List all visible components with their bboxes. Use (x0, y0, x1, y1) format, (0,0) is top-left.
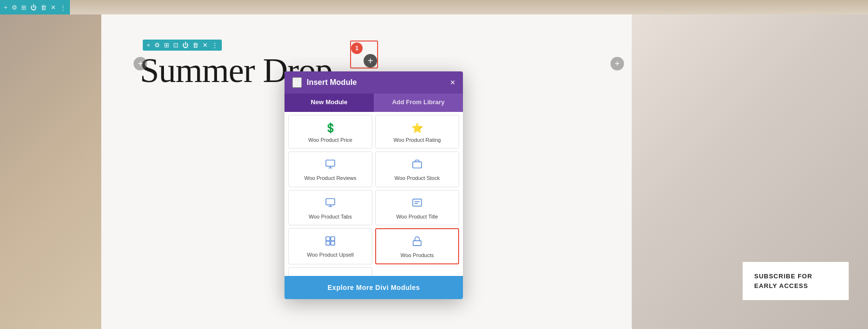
woo-product-price-icon: 💲 (325, 122, 337, 134)
dialog-title: Insert Module (307, 78, 357, 87)
svg-rect-7 (326, 241, 330, 245)
svg-rect-9 (413, 241, 421, 246)
dialog-close-button[interactable]: × (450, 78, 455, 88)
add-module-plus-button[interactable]: + (364, 54, 377, 68)
woo-product-reviews-label: Woo Product Reviews (304, 175, 356, 181)
row-delete-icon[interactable]: 🗑 (192, 41, 199, 49)
top-toolbar[interactable]: + ⚙ ⊞ ⏻ 🗑 ✕ ⋮ (0, 0, 70, 14)
top-toolbar-add-icon[interactable]: + (4, 4, 8, 11)
row-toolbar[interactable]: + ⚙ ⊞ ⊡ ⏻ 🗑 ✕ ⋮ (143, 40, 222, 51)
top-toolbar-delete-icon[interactable]: 🗑 (41, 4, 47, 11)
module-grid-container[interactable]: 💲 Woo Product Price ⭐ Woo Product Rating… (285, 112, 463, 276)
woo-product-stock-icon (412, 159, 422, 172)
insert-module-dialog: ← Insert Module × New Module Add From Li… (285, 71, 463, 299)
module-item-woo-product-title[interactable]: Woo Product Title (375, 190, 459, 225)
module-item-woo-related-products[interactable]: Woo Related Products (288, 267, 372, 276)
module-item-woo-product-rating[interactable]: ⭐ Woo Product Rating (375, 115, 459, 149)
bg-left-image (0, 14, 101, 329)
top-toolbar-more-icon[interactable]: ⋮ (60, 4, 66, 11)
svg-rect-1 (326, 198, 335, 205)
dialog-tabs: New Module Add From Library (285, 94, 463, 112)
top-toolbar-layout-icon[interactable]: ⊞ (21, 4, 27, 11)
woo-products-label: Woo Products (401, 252, 434, 259)
explore-more-button[interactable]: Explore More Divi Modules (285, 276, 463, 299)
woo-product-upsell-icon (325, 235, 336, 248)
top-toolbar-settings-icon[interactable]: ⚙ (12, 4, 17, 11)
svg-rect-5 (326, 237, 330, 241)
module-item-woo-products[interactable]: Woo Products (375, 228, 459, 264)
row-layout-icon[interactable]: ⊞ (164, 41, 169, 49)
svg-rect-8 (331, 241, 335, 245)
row-columns-icon[interactable]: ⊡ (173, 41, 178, 49)
dialog-back-button[interactable]: ← (292, 77, 302, 88)
plus-button-right[interactable]: + (610, 57, 624, 70)
svg-rect-6 (331, 237, 335, 241)
row-more-icon[interactable]: ⋮ (212, 41, 218, 49)
subscribe-text: SUBSCRIBE FOR EARLY ACCESS (754, 272, 837, 290)
woo-product-reviews-icon (325, 159, 336, 172)
woo-product-upsell-label: Woo Product Upsell (307, 251, 353, 258)
woo-product-price-label: Woo Product Price (308, 137, 353, 143)
woo-product-rating-icon: ⭐ (411, 122, 423, 134)
woo-product-title-icon (412, 197, 422, 210)
tab-add-from-library[interactable]: Add From Library (374, 94, 463, 112)
row-add-icon[interactable]: + (147, 41, 150, 49)
woo-product-tabs-icon (325, 197, 336, 210)
module-grid: Woo Product Reviews Woo Product Stock (285, 149, 463, 267)
module-item-woo-product-stock[interactable]: Woo Product Stock (375, 151, 459, 187)
row-close-icon[interactable]: ✕ (203, 41, 208, 49)
svg-rect-2 (413, 199, 421, 206)
subscribe-box: SUBSCRIBE FOR EARLY ACCESS (743, 262, 849, 300)
dialog-header: ← Insert Module × (285, 71, 463, 94)
woo-product-title-label: Woo Product Title (396, 213, 438, 220)
plus-button-left[interactable]: + (134, 57, 147, 70)
svg-rect-0 (326, 160, 335, 166)
partial-bottom-row: Woo Related Products (285, 267, 463, 276)
module-item-woo-product-upsell[interactable]: Woo Product Upsell (288, 228, 372, 264)
woo-products-icon (412, 236, 422, 249)
woo-product-rating-label: Woo Product Rating (393, 137, 441, 143)
woo-product-tabs-label: Woo Product Tabs (309, 213, 352, 220)
top-toolbar-close-icon[interactable]: ✕ (51, 4, 56, 11)
woo-product-stock-label: Woo Product Stock (394, 175, 440, 181)
module-item-woo-product-price[interactable]: 💲 Woo Product Price (288, 115, 372, 149)
partial-top-row: 💲 Woo Product Price ⭐ Woo Product Rating (285, 112, 463, 149)
row-power-icon[interactable]: ⏻ (182, 41, 189, 49)
bg-top-strip (0, 0, 868, 14)
tab-new-module[interactable]: New Module (285, 94, 374, 112)
row-settings-icon[interactable]: ⚙ (154, 41, 160, 49)
module-item-woo-product-reviews[interactable]: Woo Product Reviews (288, 151, 372, 187)
top-toolbar-power-icon[interactable]: ⏻ (30, 4, 37, 11)
step-badge-1: 1 (351, 42, 363, 54)
module-item-woo-product-tabs[interactable]: Woo Product Tabs (288, 190, 372, 225)
dialog-header-left: ← Insert Module (292, 77, 357, 88)
